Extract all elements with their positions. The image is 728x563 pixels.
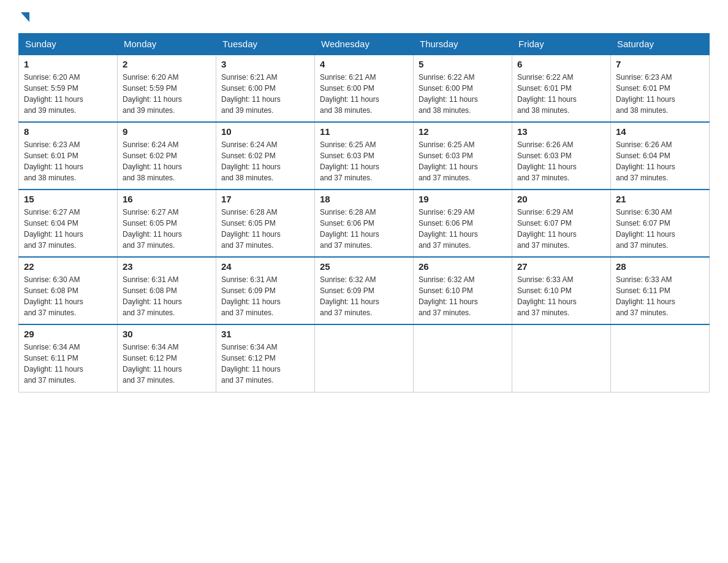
- day-number: 2: [123, 59, 211, 69]
- calendar-cell: 20 Sunrise: 6:29 AM Sunset: 6:07 PM Dayl…: [512, 190, 611, 257]
- day-number: 7: [616, 59, 704, 69]
- day-number: 29: [24, 329, 112, 339]
- day-info: Sunrise: 6:25 AM Sunset: 6:03 PM Dayligh…: [320, 139, 408, 183]
- calendar-cell: 7 Sunrise: 6:23 AM Sunset: 6:01 PM Dayli…: [611, 55, 710, 122]
- calendar-cell: [611, 324, 710, 392]
- day-number: 31: [221, 329, 309, 339]
- calendar-header: SundayMondayTuesdayWednesdayThursdayFrid…: [19, 34, 710, 55]
- day-number: 13: [517, 126, 605, 137]
- calendar-cell: 26 Sunrise: 6:32 AM Sunset: 6:10 PM Dayl…: [414, 257, 512, 324]
- day-number: 26: [419, 261, 507, 272]
- day-info: Sunrise: 6:20 AM Sunset: 5:59 PM Dayligh…: [24, 72, 112, 116]
- logo-top: [18, 12, 29, 23]
- day-number: 5: [419, 59, 507, 69]
- day-info: Sunrise: 6:22 AM Sunset: 6:01 PM Dayligh…: [517, 72, 605, 116]
- calendar-cell: 13 Sunrise: 6:26 AM Sunset: 6:03 PM Dayl…: [512, 122, 611, 190]
- calendar-cell: 3 Sunrise: 6:21 AM Sunset: 6:00 PM Dayli…: [216, 55, 315, 122]
- logo: [18, 12, 29, 21]
- day-number: 24: [221, 261, 309, 272]
- calendar-cell: 22 Sunrise: 6:30 AM Sunset: 6:08 PM Dayl…: [19, 257, 118, 324]
- day-info: Sunrise: 6:23 AM Sunset: 6:01 PM Dayligh…: [24, 139, 112, 183]
- day-info: Sunrise: 6:24 AM Sunset: 6:02 PM Dayligh…: [123, 139, 211, 183]
- day-number: 6: [517, 59, 605, 69]
- day-info: Sunrise: 6:23 AM Sunset: 6:01 PM Dayligh…: [616, 72, 704, 116]
- calendar-cell: 23 Sunrise: 6:31 AM Sunset: 6:08 PM Dayl…: [118, 257, 216, 324]
- calendar-cell: 14 Sunrise: 6:26 AM Sunset: 6:04 PM Dayl…: [611, 122, 710, 190]
- weekday-header-row: SundayMondayTuesdayWednesdayThursdayFrid…: [19, 34, 710, 55]
- day-info: Sunrise: 6:21 AM Sunset: 6:00 PM Dayligh…: [320, 72, 408, 116]
- day-number: 28: [616, 261, 704, 272]
- day-number: 1: [24, 59, 112, 69]
- calendar-cell: [512, 324, 611, 392]
- day-info: Sunrise: 6:31 AM Sunset: 6:09 PM Dayligh…: [221, 274, 309, 318]
- calendar-cell: 15 Sunrise: 6:27 AM Sunset: 6:04 PM Dayl…: [19, 190, 118, 257]
- day-info: Sunrise: 6:22 AM Sunset: 6:00 PM Dayligh…: [419, 72, 507, 116]
- calendar-cell: 12 Sunrise: 6:25 AM Sunset: 6:03 PM Dayl…: [414, 122, 512, 190]
- day-info: Sunrise: 6:31 AM Sunset: 6:08 PM Dayligh…: [123, 274, 211, 318]
- calendar-cell: 11 Sunrise: 6:25 AM Sunset: 6:03 PM Dayl…: [315, 122, 414, 190]
- day-number: 17: [221, 194, 309, 204]
- day-info: Sunrise: 6:21 AM Sunset: 6:00 PM Dayligh…: [221, 72, 309, 116]
- day-info: Sunrise: 6:28 AM Sunset: 6:05 PM Dayligh…: [221, 207, 309, 251]
- weekday-header-saturday: Saturday: [611, 34, 710, 55]
- day-info: Sunrise: 6:26 AM Sunset: 6:03 PM Dayligh…: [517, 139, 605, 183]
- day-number: 25: [320, 261, 408, 272]
- calendar-week-2: 8 Sunrise: 6:23 AM Sunset: 6:01 PM Dayli…: [19, 122, 710, 190]
- calendar-table: SundayMondayTuesdayWednesdayThursdayFrid…: [18, 33, 710, 393]
- calendar-cell: 19 Sunrise: 6:29 AM Sunset: 6:06 PM Dayl…: [414, 190, 512, 257]
- day-number: 19: [419, 194, 507, 204]
- weekday-header-friday: Friday: [512, 34, 611, 55]
- day-number: 11: [320, 126, 408, 137]
- calendar-cell: [414, 324, 512, 392]
- calendar-body: 1 Sunrise: 6:20 AM Sunset: 5:59 PM Dayli…: [19, 55, 710, 392]
- day-info: Sunrise: 6:32 AM Sunset: 6:10 PM Dayligh…: [419, 274, 507, 318]
- calendar-cell: 10 Sunrise: 6:24 AM Sunset: 6:02 PM Dayl…: [216, 122, 315, 190]
- day-info: Sunrise: 6:33 AM Sunset: 6:10 PM Dayligh…: [517, 274, 605, 318]
- calendar-cell: 21 Sunrise: 6:30 AM Sunset: 6:07 PM Dayl…: [611, 190, 710, 257]
- day-info: Sunrise: 6:30 AM Sunset: 6:08 PM Dayligh…: [24, 274, 112, 318]
- day-number: 18: [320, 194, 408, 204]
- logo-arrow-icon: [21, 12, 29, 22]
- day-info: Sunrise: 6:30 AM Sunset: 6:07 PM Dayligh…: [616, 207, 704, 251]
- calendar-cell: 18 Sunrise: 6:28 AM Sunset: 6:06 PM Dayl…: [315, 190, 414, 257]
- calendar-week-1: 1 Sunrise: 6:20 AM Sunset: 5:59 PM Dayli…: [19, 55, 710, 122]
- calendar-cell: 29 Sunrise: 6:34 AM Sunset: 6:11 PM Dayl…: [19, 324, 118, 392]
- day-number: 14: [616, 126, 704, 137]
- day-number: 10: [221, 126, 309, 137]
- day-number: 9: [123, 126, 211, 137]
- calendar-cell: 17 Sunrise: 6:28 AM Sunset: 6:05 PM Dayl…: [216, 190, 315, 257]
- day-info: Sunrise: 6:20 AM Sunset: 5:59 PM Dayligh…: [123, 72, 211, 116]
- weekday-header-sunday: Sunday: [19, 34, 118, 55]
- day-info: Sunrise: 6:34 AM Sunset: 6:12 PM Dayligh…: [123, 342, 211, 386]
- day-info: Sunrise: 6:29 AM Sunset: 6:07 PM Dayligh…: [517, 207, 605, 251]
- day-number: 20: [517, 194, 605, 204]
- calendar-cell: 4 Sunrise: 6:21 AM Sunset: 6:00 PM Dayli…: [315, 55, 414, 122]
- weekday-header-thursday: Thursday: [414, 34, 512, 55]
- calendar-cell: 31 Sunrise: 6:34 AM Sunset: 6:12 PM Dayl…: [216, 324, 315, 392]
- day-info: Sunrise: 6:24 AM Sunset: 6:02 PM Dayligh…: [221, 139, 309, 183]
- day-number: 23: [123, 261, 211, 272]
- day-number: 8: [24, 126, 112, 137]
- header: [18, 12, 710, 21]
- calendar-week-4: 22 Sunrise: 6:30 AM Sunset: 6:08 PM Dayl…: [19, 257, 710, 324]
- day-info: Sunrise: 6:34 AM Sunset: 6:12 PM Dayligh…: [221, 342, 309, 386]
- calendar-cell: 27 Sunrise: 6:33 AM Sunset: 6:10 PM Dayl…: [512, 257, 611, 324]
- calendar-cell: 25 Sunrise: 6:32 AM Sunset: 6:09 PM Dayl…: [315, 257, 414, 324]
- calendar-cell: 8 Sunrise: 6:23 AM Sunset: 6:01 PM Dayli…: [19, 122, 118, 190]
- day-info: Sunrise: 6:25 AM Sunset: 6:03 PM Dayligh…: [419, 139, 507, 183]
- calendar-cell: [315, 324, 414, 392]
- day-info: Sunrise: 6:27 AM Sunset: 6:05 PM Dayligh…: [123, 207, 211, 251]
- day-number: 12: [419, 126, 507, 137]
- day-number: 15: [24, 194, 112, 204]
- calendar-cell: 2 Sunrise: 6:20 AM Sunset: 5:59 PM Dayli…: [118, 55, 216, 122]
- weekday-header-monday: Monday: [118, 34, 216, 55]
- day-number: 27: [517, 261, 605, 272]
- calendar-week-3: 15 Sunrise: 6:27 AM Sunset: 6:04 PM Dayl…: [19, 190, 710, 257]
- calendar-cell: 6 Sunrise: 6:22 AM Sunset: 6:01 PM Dayli…: [512, 55, 611, 122]
- day-number: 4: [320, 59, 408, 69]
- day-info: Sunrise: 6:29 AM Sunset: 6:06 PM Dayligh…: [419, 207, 507, 251]
- calendar-week-5: 29 Sunrise: 6:34 AM Sunset: 6:11 PM Dayl…: [19, 324, 710, 392]
- calendar-cell: 5 Sunrise: 6:22 AM Sunset: 6:00 PM Dayli…: [414, 55, 512, 122]
- day-info: Sunrise: 6:33 AM Sunset: 6:11 PM Dayligh…: [616, 274, 704, 318]
- day-info: Sunrise: 6:26 AM Sunset: 6:04 PM Dayligh…: [616, 139, 704, 183]
